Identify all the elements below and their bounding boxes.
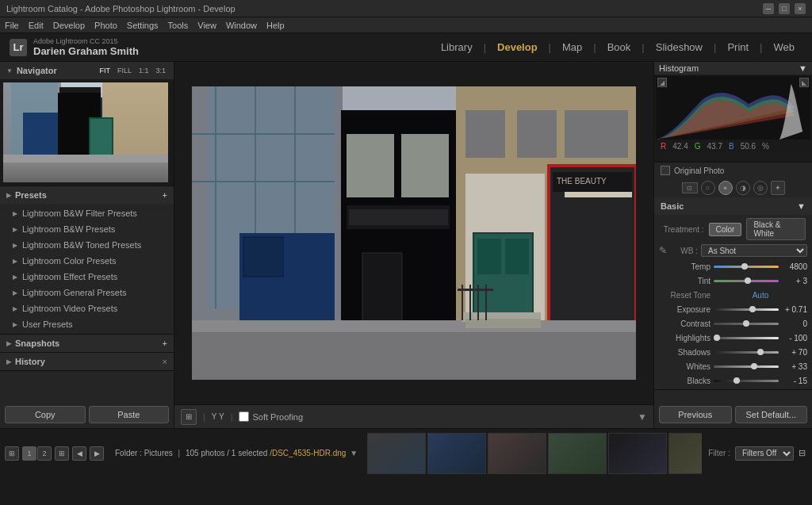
close-button[interactable]: × <box>795 3 806 14</box>
blacks-slider[interactable] <box>714 380 779 382</box>
shadows-label: Shadows <box>659 348 710 357</box>
menu-develop[interactable]: Develop <box>53 21 85 30</box>
photo-area[interactable]: THE BEAUTY <box>174 62 653 404</box>
contrast-slider[interactable] <box>714 323 779 325</box>
preset-item-effect[interactable]: ▶ Lightroom Effect Presets <box>0 269 174 285</box>
history-close-btn[interactable]: × <box>163 357 167 366</box>
shadows-slider[interactable] <box>714 351 779 354</box>
film-thumb-4[interactable] <box>608 433 667 474</box>
presets-header[interactable]: ▶ Presets + <box>0 186 174 204</box>
temp-slider[interactable] <box>714 266 779 268</box>
photo-count: 105 photos / 1 selected <box>186 449 267 457</box>
menu-window[interactable]: Window <box>226 21 257 30</box>
preset-item-bw-toned[interactable]: ▶ Lightroom B&W Toned Presets <box>0 237 174 253</box>
graduated-filter-tool[interactable]: ◑ <box>736 181 750 195</box>
tint-slider[interactable] <box>714 280 779 282</box>
crop-tool[interactable]: ⊡ <box>682 182 698 193</box>
nav-slideshow[interactable]: Slideshow <box>648 41 710 53</box>
set-default-button[interactable]: Set Default... <box>735 406 808 423</box>
filmstrip-page2[interactable]: 2 <box>37 446 52 461</box>
bw-treatment-btn[interactable]: Black & White <box>746 218 806 240</box>
nav-print[interactable]: Print <box>719 41 756 53</box>
menu-settings[interactable]: Settings <box>127 21 159 30</box>
film-thumb-1[interactable] <box>427 433 486 474</box>
snapshots-section: ▶ Snapshots + <box>0 335 174 353</box>
soft-proofing-checkbox[interactable] <box>239 411 249 422</box>
previous-button[interactable]: Previous <box>659 406 732 423</box>
snapshots-add-btn[interactable]: + <box>163 339 167 348</box>
nav-size-3-1[interactable]: 3:1 <box>154 66 167 75</box>
histogram-header: Histogram ▼ <box>654 62 812 75</box>
nav-size-fit[interactable]: FIT <box>98 66 112 75</box>
film-thumb-5[interactable] <box>668 433 702 474</box>
whites-slider-row: Whites + 33 <box>654 359 812 373</box>
lr-logo: Lr Adobe Lightroom CC 2015 Darien Graham… <box>10 37 139 57</box>
view-mode-button[interactable]: ⊞ <box>181 409 197 425</box>
menu-file[interactable]: File <box>5 21 19 30</box>
menu-edit[interactable]: Edit <box>29 21 44 30</box>
preset-item-bw-filter[interactable]: ▶ Lightroom B&W Filter Presets <box>0 205 174 221</box>
nav-web[interactable]: Web <box>766 41 803 53</box>
adjustment-brush-tool[interactable]: ✦ <box>771 181 785 195</box>
sliders-section: Temp 4800 Tint + 3 Reset Tone <box>654 258 812 389</box>
history-header[interactable]: ▶ History × <box>0 353 174 370</box>
auto-tone-btn[interactable]: Auto <box>714 291 807 300</box>
nav-size-1-1[interactable]: 1:1 <box>137 66 151 75</box>
preset-item-video[interactable]: ▶ Lightroom Video Presets <box>0 300 174 316</box>
preset-item-color[interactable]: ▶ Lightroom Color Presets <box>0 253 174 269</box>
hist-shadow-indicator[interactable]: ◢ <box>657 78 667 87</box>
wb-eyedropper[interactable]: ✎ <box>659 245 667 256</box>
filmstrip-page1[interactable]: 1 <box>22 446 36 461</box>
minimize-button[interactable]: ─ <box>763 3 774 14</box>
lr-user-info: Adobe Lightroom CC 2015 Darien Graham Sm… <box>33 37 139 57</box>
basic-header[interactable]: Basic ▼ <box>654 197 812 215</box>
filmstrip-grid-btn[interactable]: ⊞ <box>5 446 19 461</box>
copy-button[interactable]: Copy <box>5 406 86 423</box>
preset-item-user[interactable]: ▶ User Presets <box>0 316 174 332</box>
original-photo-checkbox[interactable] <box>661 166 670 175</box>
film-thumb-3[interactable] <box>548 433 607 474</box>
menu-view[interactable]: View <box>197 21 216 30</box>
navigator-header[interactable]: ▼ Navigator FIT FILL 1:1 3:1 <box>0 62 174 79</box>
soft-proofing-toggle[interactable]: Soft Proofing <box>239 411 303 422</box>
filter-label: Filter : <box>708 449 730 457</box>
nav-develop[interactable]: Develop <box>489 41 546 53</box>
redeye-tool[interactable]: ● <box>718 181 733 195</box>
navigator-preview[interactable] <box>0 79 174 186</box>
radial-filter-tool[interactable]: ◎ <box>753 181 768 195</box>
paste-button[interactable]: Paste <box>89 406 170 423</box>
toolbar-collapse-arrow[interactable]: ▼ <box>638 411 647 423</box>
maximize-button[interactable]: □ <box>779 3 790 14</box>
menu-photo[interactable]: Photo <box>94 21 117 30</box>
menu-tools[interactable]: Tools <box>168 21 189 30</box>
wb-select[interactable]: As Shot Auto Daylight Cloudy Custom <box>701 244 807 257</box>
reset-tone-row: Reset Tone Auto <box>654 288 812 302</box>
filmstrip-nav-grid[interactable]: ⊞ <box>55 446 69 461</box>
snapshots-header[interactable]: ▶ Snapshots + <box>0 335 174 352</box>
highlights-slider[interactable] <box>714 337 779 339</box>
film-thumb-0[interactable] <box>367 433 426 474</box>
menu-help[interactable]: Help <box>266 21 285 30</box>
filter-options-btn[interactable]: ⊟ <box>799 448 806 458</box>
film-thumb-2[interactable] <box>488 433 546 474</box>
filmstrip-controls: ⊞ 1 2 ⊞ ◀ ▶ <box>0 446 109 461</box>
spot-remove-tool[interactable]: ○ <box>701 181 715 195</box>
filter-select[interactable]: Filters Off Rated Flagged <box>735 446 794 461</box>
color-treatment-btn[interactable]: Color <box>709 223 742 236</box>
nav-library[interactable]: Library <box>433 41 481 53</box>
exposure-slider[interactable] <box>714 308 779 311</box>
preset-item-general[interactable]: ▶ Lightroom General Presets <box>0 285 174 300</box>
whites-slider[interactable] <box>714 365 779 368</box>
filmstrip-next[interactable]: ▶ <box>90 446 104 461</box>
temp-slider-row: Temp 4800 <box>654 259 812 274</box>
nav-map[interactable]: Map <box>554 41 590 53</box>
hist-highlight-indicator[interactable]: ◣ <box>799 78 809 87</box>
nav-book[interactable]: Book <box>599 41 639 53</box>
presets-add-btn[interactable]: + <box>163 190 167 200</box>
preset-item-bw[interactable]: ▶ Lightroom B&W Presets <box>0 221 174 237</box>
filename-arrow[interactable]: ▼ <box>350 449 358 457</box>
tools-icons-row: ⊡ ○ ● ◑ ◎ ✦ <box>654 178 812 197</box>
filmstrip-prev[interactable]: ◀ <box>72 446 86 461</box>
nav-size-fill[interactable]: FILL <box>116 66 133 75</box>
title-bar: Lightroom Catalog - Adobe Photoshop Ligh… <box>0 0 812 17</box>
